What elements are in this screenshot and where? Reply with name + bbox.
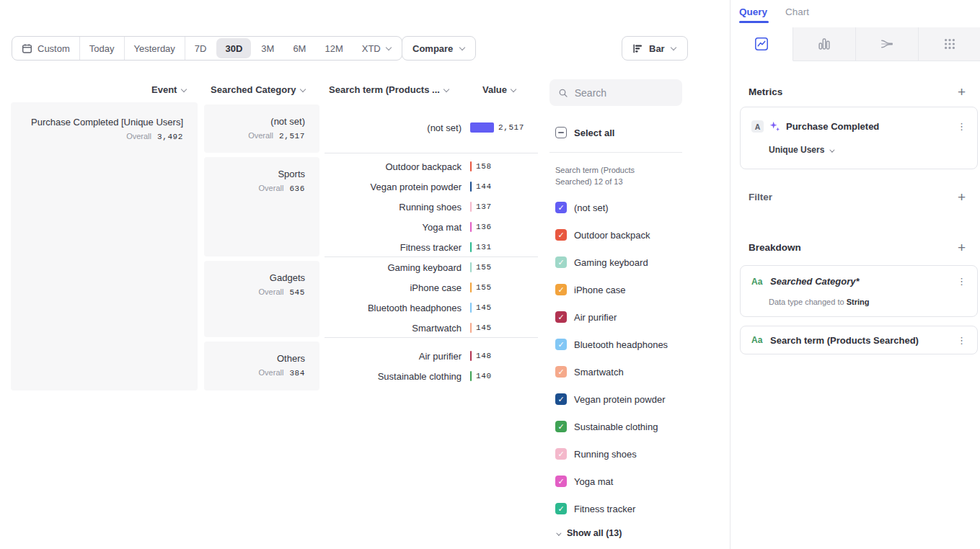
viz-tab-bar-chart[interactable] <box>793 27 856 61</box>
viz-tab-insights[interactable] <box>730 27 793 61</box>
date-12m-button[interactable]: 12M <box>315 37 352 60</box>
term-row[interactable]: Gaming keyboard155 <box>325 257 538 277</box>
term-value: 131 <box>476 243 492 251</box>
checkbox-checked-icon[interactable]: ✓ <box>555 229 567 241</box>
date-6m-button[interactable]: 6M <box>283 37 315 60</box>
kebab-menu-icon[interactable]: ⋮ <box>955 121 968 132</box>
legend-item[interactable]: ✓(not set) <box>555 194 609 221</box>
breakdown-card-searched-category[interactable]: Aa Searched Category* ⋮ Data type change… <box>740 265 978 317</box>
kebab-menu-icon[interactable]: ⋮ <box>955 276 968 287</box>
term-row[interactable]: Yoga mat136 <box>325 217 538 237</box>
metrics-heading: Metrics <box>749 86 782 97</box>
search-box[interactable] <box>549 79 682 106</box>
tab-chart[interactable]: Chart <box>785 6 809 17</box>
filter-heading: Filter <box>749 192 772 202</box>
date-3m-button[interactable]: 3M <box>252 37 283 60</box>
add-breakdown-button[interactable]: + <box>958 241 966 254</box>
breakdown-card-search-term[interactable]: Aa Search term (Products Searched) ⋮ <box>740 326 978 354</box>
term-row[interactable]: Outdoor backpack158 <box>325 156 538 177</box>
legend-item[interactable]: ✓Vegan protein powder <box>555 385 665 413</box>
date-30d-button-selected[interactable]: 30D <box>216 38 251 58</box>
select-all[interactable]: Select all <box>555 124 614 141</box>
date-xtd-button[interactable]: XTD <box>353 37 402 60</box>
legend-item[interactable]: ✓Outdoor backpack <box>555 221 650 249</box>
checkbox-checked-icon[interactable]: ✓ <box>555 202 567 213</box>
legend-item[interactable]: ✓Gaming keyboard <box>555 249 648 276</box>
term-value: 136 <box>476 223 492 231</box>
term-value: 144 <box>476 182 492 191</box>
legend-item[interactable]: ✓Running shoes <box>555 440 637 468</box>
metric-card[interactable]: A Purchase Completed ⋮ Unique Users <box>740 107 978 169</box>
string-property-icon: Aa <box>751 277 764 287</box>
kebab-menu-icon[interactable]: ⋮ <box>955 335 968 346</box>
legend-item[interactable]: ✓iPhone case <box>555 276 626 303</box>
date-today-label: Today <box>89 43 115 54</box>
date-yesterday-button[interactable]: Yesterday <box>125 37 185 60</box>
checkbox-checked-icon[interactable]: ✓ <box>555 311 567 323</box>
term-label: Outdoor backpack <box>325 161 462 172</box>
column-header-search-term[interactable]: Search term (Products ... <box>329 84 450 95</box>
checkbox-indeterminate-icon[interactable] <box>555 127 567 138</box>
row-separator <box>325 337 538 338</box>
add-metric-button[interactable]: + <box>958 85 966 99</box>
tab-query[interactable]: Query <box>739 6 767 17</box>
checkbox-checked-icon[interactable]: ✓ <box>555 448 567 460</box>
legend-item-label: Fitness tracker <box>574 504 635 514</box>
date-7d-button[interactable]: 7D <box>185 37 216 60</box>
term-row[interactable]: Running shoes137 <box>325 197 538 217</box>
legend-item[interactable]: ✓Air purifier <box>555 303 617 331</box>
term-row[interactable]: Smartwatch145 <box>325 318 538 338</box>
term-row[interactable]: Fitness tracker131 <box>325 237 538 257</box>
term-row[interactable]: (not set)2,517 <box>325 117 538 138</box>
show-all-button[interactable]: Show all (13) <box>555 528 622 538</box>
term-row[interactable]: Vegan protein powder144 <box>325 177 538 197</box>
checkbox-checked-icon[interactable]: ✓ <box>555 366 567 378</box>
legend-item[interactable]: ✓Sustainable clothing <box>555 413 658 440</box>
search-input[interactable] <box>575 87 674 99</box>
value-bar <box>470 262 472 272</box>
checkbox-checked-icon[interactable]: ✓ <box>555 476 567 487</box>
legend-item-label: iPhone case <box>574 285 626 295</box>
checkbox-checked-icon[interactable]: ✓ <box>555 284 567 295</box>
legend-item-label: Running shoes <box>574 449 637 460</box>
term-row[interactable]: iPhone case155 <box>325 277 538 298</box>
active-tab-indicator <box>739 21 769 23</box>
term-row[interactable]: Bluetooth headphones145 <box>325 298 538 318</box>
viz-tab-metrics[interactable] <box>919 27 980 61</box>
event-card[interactable]: Purchase Completed [Unique Users] Overal… <box>11 102 198 390</box>
date-3m-label: 3M <box>261 43 274 54</box>
date-today-button[interactable]: Today <box>80 37 124 60</box>
legend-item[interactable]: ✓Yoga mat <box>555 468 613 495</box>
legend-item[interactable]: ✓Smartwatch <box>555 358 624 385</box>
query-panel: Query Chart <box>730 0 980 549</box>
checkbox-checked-icon[interactable]: ✓ <box>555 256 567 268</box>
date-custom-button[interactable]: Custom <box>12 37 79 60</box>
term-row[interactable]: Sustainable clothing140 <box>325 366 538 386</box>
term-label: Smartwatch <box>325 323 462 334</box>
overall-value: 545 <box>289 288 305 297</box>
checkbox-checked-icon[interactable]: ✓ <box>555 503 567 514</box>
legend-item[interactable]: ✓Fitness tracker <box>555 495 635 522</box>
measurement-selector[interactable]: Unique Users <box>769 145 835 155</box>
value-bar <box>470 122 494 133</box>
term-value: 145 <box>476 303 492 312</box>
checkbox-checked-icon[interactable]: ✓ <box>555 339 567 350</box>
checkbox-checked-icon[interactable]: ✓ <box>555 421 567 432</box>
checkbox-checked-icon[interactable]: ✓ <box>555 393 567 405</box>
category-card[interactable]: GadgetsOverall545 <box>204 261 319 337</box>
column-header-value[interactable]: Value <box>482 84 517 95</box>
add-filter-button[interactable]: + <box>958 190 966 204</box>
column-header-event[interactable]: Event <box>151 84 187 95</box>
legend-item[interactable]: ✓Bluetooth headphones <box>555 331 668 358</box>
column-header-searched-category[interactable]: Searched Category <box>211 84 306 95</box>
category-card[interactable]: OthersOverall384 <box>204 342 319 390</box>
category-card[interactable]: SportsOverall636 <box>204 157 319 256</box>
term-label: Yoga mat <box>325 222 462 233</box>
term-row[interactable]: Air purifier148 <box>325 346 538 366</box>
category-card[interactable]: (not set)Overall2,517 <box>204 104 319 153</box>
term-label: Vegan protein powder <box>325 182 462 192</box>
viz-tab-flows[interactable] <box>856 27 919 61</box>
compare-button[interactable]: Compare <box>402 36 476 61</box>
value-bar <box>470 371 472 381</box>
metrics-grid-icon <box>943 37 957 51</box>
